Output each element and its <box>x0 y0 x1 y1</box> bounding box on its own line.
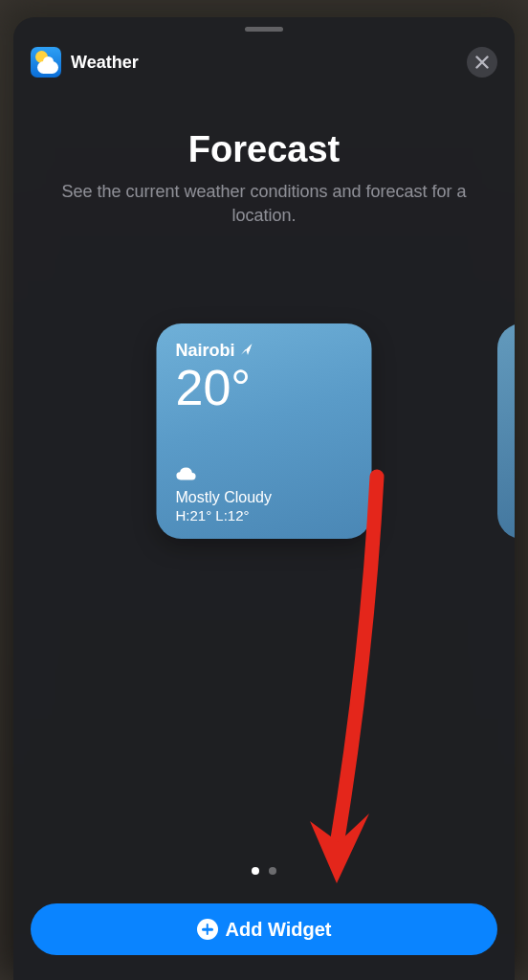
weather-widget-preview[interactable]: Nairobi 20° Mostly Cloudy H:21° L:12° <box>157 323 372 539</box>
header-app-info: Weather <box>31 47 139 78</box>
title-block: Forecast See the current weather conditi… <box>13 83 515 228</box>
widget-preview-carousel[interactable]: Nairobi 20° Mostly Cloudy H:21° L:12° <box>13 266 515 725</box>
widget-high-low-label: H:21° L:12° <box>176 507 272 523</box>
add-widget-label: Add Widget <box>226 919 332 941</box>
widget-temperature: 20° <box>176 363 353 412</box>
close-icon <box>475 56 489 69</box>
page-dot-1[interactable] <box>252 867 259 875</box>
cloud-icon <box>176 466 272 485</box>
widget-picker-sheet: Weather Forecast See the current weather… <box>13 17 515 980</box>
widget-location-row: Nairobi <box>176 341 353 361</box>
plus-circle-icon <box>197 919 218 940</box>
page-dot-2[interactable] <box>269 867 276 875</box>
sheet-header: Weather <box>13 32 515 83</box>
next-widget-peek[interactable] <box>497 323 515 539</box>
page-indicator[interactable] <box>13 867 515 875</box>
app-name-label: Weather <box>71 53 139 73</box>
weather-app-icon <box>31 47 61 78</box>
add-widget-button[interactable]: Add Widget <box>31 903 497 955</box>
widget-location-label: Nairobi <box>176 341 235 361</box>
widget-condition-block: Mostly Cloudy H:21° L:12° <box>176 466 272 523</box>
location-arrow-icon <box>240 341 253 361</box>
page-subtitle: See the current weather conditions and f… <box>33 180 495 228</box>
page-title: Forecast <box>33 129 495 170</box>
close-button[interactable] <box>467 47 497 78</box>
widget-condition-label: Mostly Cloudy <box>176 489 272 506</box>
